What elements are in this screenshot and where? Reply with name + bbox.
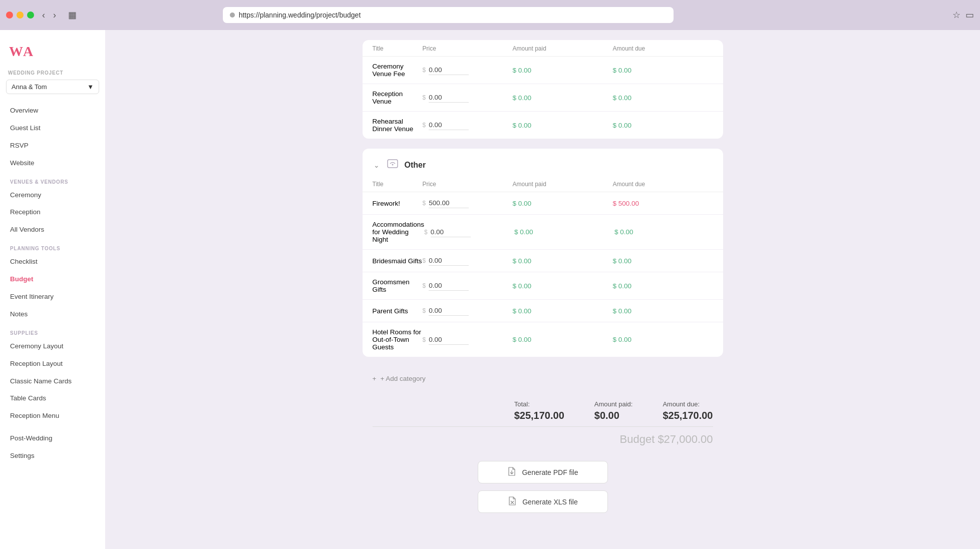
- due-label: Amount due:: [663, 400, 713, 408]
- add-category-row[interactable]: + + Add category: [363, 367, 723, 390]
- price-input[interactable]: [429, 335, 469, 345]
- price-cell[interactable]: $: [423, 65, 513, 75]
- add-icon: +: [373, 375, 377, 382]
- sidebar-item-classic-name-cards[interactable]: Classic Name Cards: [0, 373, 105, 390]
- sidebar-item-all-vendors[interactable]: All Vendors: [0, 221, 105, 239]
- back-button[interactable]: ‹: [39, 9, 48, 22]
- traffic-lights: [6, 12, 34, 19]
- svg-text:A: A: [23, 44, 34, 59]
- sidebar-item-rsvp[interactable]: RSVP: [0, 137, 105, 155]
- price-input[interactable]: [429, 306, 469, 316]
- price-cell[interactable]: $: [423, 93, 513, 103]
- row-title: Hotel Rooms for Out-of-Town Guests: [373, 328, 423, 351]
- project-selector[interactable]: Anna & Tom ▼: [6, 80, 99, 94]
- price-input[interactable]: [431, 227, 471, 237]
- total-label: Total:: [514, 400, 564, 408]
- add-category-label: + Add category: [380, 375, 425, 382]
- price-input[interactable]: [429, 65, 469, 75]
- minimize-button[interactable]: [17, 12, 24, 19]
- totals-section: Total: $25,170.00 Amount paid: $0.00 Amo…: [363, 390, 723, 426]
- sidebar-item-reception-menu[interactable]: Reception Menu: [0, 407, 105, 425]
- url-bar[interactable]: https://planning.wedding/project/budget: [223, 7, 674, 23]
- price-cell[interactable]: $: [423, 256, 513, 266]
- amount-due: $ 0.00: [613, 257, 713, 265]
- sidebar-item-ceremony[interactable]: Ceremony: [0, 187, 105, 204]
- generate-xls-button[interactable]: Generate XLS file: [478, 490, 608, 513]
- total-value: $25,170.00: [514, 410, 564, 421]
- forward-button[interactable]: ›: [50, 9, 59, 22]
- amount-paid: $ 0.00: [513, 282, 613, 290]
- sidebar-item-settings[interactable]: Settings: [0, 447, 105, 465]
- col-amount-due: Amount due: [613, 45, 713, 52]
- venues-section-label: VENUES & VENDORS: [0, 172, 105, 187]
- price-input[interactable]: [429, 120, 469, 130]
- planning-section-label: PLANNING TOOLS: [0, 239, 105, 253]
- sidebar-item-label: Ceremony: [10, 191, 41, 199]
- sidebar-item-reception[interactable]: Reception: [0, 204, 105, 221]
- table-row: Parent Gifts $ $ 0.00 $ 0.00: [363, 300, 723, 322]
- col-amount-due: Amount due: [613, 181, 713, 188]
- sidebar-item-website[interactable]: Website: [0, 155, 105, 172]
- other-table-header: Title Price Amount paid Amount due: [363, 176, 723, 192]
- table-row: Groomsmen Gifts $ $ 0.00 $ 0.00: [363, 272, 723, 300]
- sidebar-item-budget[interactable]: Budget: [0, 271, 105, 288]
- table-row: Hotel Rooms for Out-of-Town Guests $ $ 0…: [363, 322, 723, 357]
- price-cell[interactable]: $: [424, 227, 514, 237]
- dollar-sign: $: [423, 257, 426, 264]
- amount-paid: $ 0.00: [513, 257, 613, 265]
- logo-icon: W A: [8, 40, 38, 60]
- collapse-button[interactable]: ⌄: [373, 160, 381, 170]
- price-input[interactable]: [429, 256, 469, 266]
- row-title: Parent Gifts: [373, 307, 423, 315]
- paid-item: Amount paid: $0.00: [594, 400, 633, 421]
- col-title: Title: [373, 45, 423, 52]
- sidebar-item-ceremony-layout[interactable]: Ceremony Layout: [0, 338, 105, 355]
- sidebar-item-label: Checklist: [10, 258, 38, 265]
- sidebar-toggle-button[interactable]: ▦: [64, 9, 81, 22]
- generate-pdf-button[interactable]: Generate PDF file: [478, 461, 608, 483]
- total-item: Total: $25,170.00: [514, 400, 564, 421]
- sidebar-item-label: Overview: [10, 107, 38, 114]
- svg-text:W: W: [9, 44, 23, 59]
- other-section-icon: [386, 157, 400, 174]
- sidebar-item-event-itinerary[interactable]: Event Itinerary: [0, 288, 105, 306]
- row-title: Accommodations for Wedding Night: [373, 221, 425, 243]
- project-label: WEDDING PROJECT: [0, 66, 105, 78]
- price-cell[interactable]: $: [423, 306, 513, 316]
- price-cell[interactable]: $: [423, 198, 513, 208]
- browser-chrome: ‹ › ▦ https://planning.wedding/project/b…: [0, 0, 980, 30]
- maximize-button[interactable]: [27, 12, 34, 19]
- sidebar-item-post-wedding[interactable]: Post-Wedding: [0, 430, 105, 447]
- bookmark-button[interactable]: ☆: [952, 10, 960, 21]
- sidebar-item-reception-layout[interactable]: Reception Layout: [0, 355, 105, 373]
- paid-value: $0.00: [594, 410, 633, 421]
- sidebar: W A WEDDING PROJECT Anna & Tom ▼ Overvie…: [0, 30, 105, 549]
- price-input[interactable]: [429, 281, 469, 291]
- sidebar-item-label: Website: [10, 159, 35, 167]
- sidebar-item-notes[interactable]: Notes: [0, 306, 105, 323]
- price-cell[interactable]: $: [423, 335, 513, 345]
- price-input[interactable]: [429, 93, 469, 103]
- table-row: Rehearsal Dinner Venue $ $ 0.00 $ 0.00: [363, 112, 723, 139]
- sidebar-item-label: Guest List: [10, 124, 41, 132]
- price-cell[interactable]: $: [423, 281, 513, 291]
- amount-due: $ 0.00: [614, 228, 715, 236]
- amount-paid: $ 0.00: [513, 122, 613, 129]
- sidebar-item-guest-list[interactable]: Guest List: [0, 120, 105, 137]
- sidebar-item-overview[interactable]: Overview: [0, 102, 105, 120]
- action-buttons: Generate PDF file Generate XLS file: [363, 456, 723, 528]
- sidebar-item-label: Post-Wedding: [10, 434, 53, 442]
- price-input[interactable]: [429, 198, 469, 208]
- split-view-button[interactable]: ▭: [965, 10, 974, 21]
- table-row: Firework! $ $ 0.00 $ 500.00: [363, 192, 723, 215]
- row-title: Firework!: [373, 200, 423, 207]
- supplies-section-label: SUPPLIES: [0, 323, 105, 338]
- sidebar-item-table-cards[interactable]: Table Cards: [0, 390, 105, 407]
- table-row: Accommodations for Wedding Night $ $ 0.0…: [363, 215, 723, 250]
- sidebar-item-checklist[interactable]: Checklist: [0, 253, 105, 271]
- price-cell[interactable]: $: [423, 120, 513, 130]
- table-row: Bridesmaid Gifts $ $ 0.00 $ 0.00: [363, 250, 723, 272]
- close-button[interactable]: [6, 12, 13, 19]
- col-amount-paid: Amount paid: [513, 181, 613, 188]
- amount-due: $ 0.00: [613, 67, 713, 74]
